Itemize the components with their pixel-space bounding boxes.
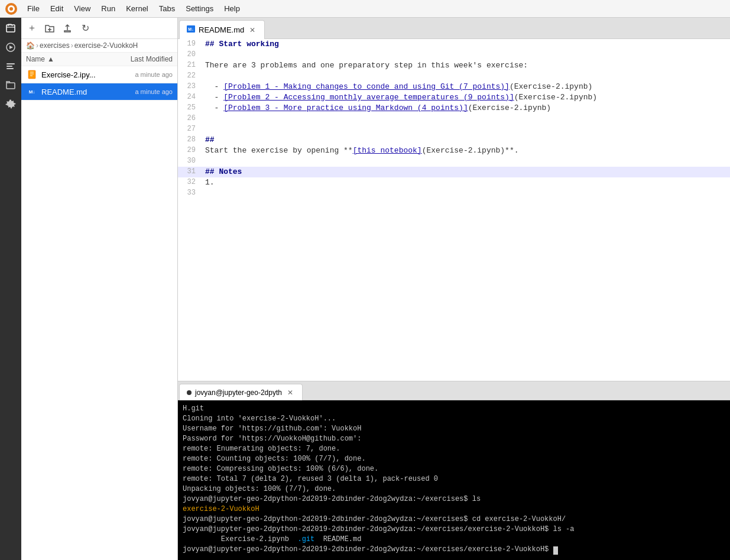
- svg-rect-6: [7, 63, 15, 64]
- terminal-line: jovyan@jupyter-geo-2dpython-2d2019-2dbin…: [183, 514, 725, 525]
- editor-line: 33: [178, 188, 730, 199]
- new-file-button[interactable]: ＋: [25, 21, 39, 35]
- new-folder-button[interactable]: [43, 21, 57, 35]
- running-sessions-icon[interactable]: [2, 39, 19, 56]
- file-browser-icon[interactable]: [2, 20, 19, 37]
- terminal-line: Unpacking objects: 100% (7/7), done.: [183, 484, 725, 494]
- terminal-line: remote: Total 7 (delta 2), reused 3 (del…: [183, 474, 725, 484]
- terminal-line: Password for 'https://VuokkoH@github.com…: [183, 434, 725, 444]
- editor-line: 28 ##: [178, 135, 730, 145]
- svg-rect-8: [7, 68, 14, 69]
- terminal-tab-label: jovyan@jupyter-geo-2dpyth: [195, 389, 282, 397]
- app-logo: [5, 2, 18, 15]
- editor-line: 30: [178, 156, 730, 167]
- editor-line: 20: [178, 50, 730, 60]
- terminal-line: Username for 'https://github.com': Vuokk…: [183, 424, 725, 434]
- editor-line: 32 1.: [178, 177, 730, 188]
- file-list-header: Name ▲ Last Modified: [21, 53, 177, 66]
- editor-tab-readme[interactable]: M↓ README.md ✕: [179, 20, 265, 39]
- menu-edit[interactable]: Edit: [46, 3, 68, 14]
- svg-marker-5: [9, 46, 13, 49]
- tab-label: README.md: [199, 25, 244, 34]
- svg-rect-7: [7, 66, 12, 67]
- terminal-line: Exercise-2.ipynb .git README.md: [183, 535, 725, 545]
- list-item[interactable]: M↓ README.md a minute ago: [21, 83, 177, 101]
- editor-line: 22: [178, 71, 730, 82]
- icon-sidebar: [0, 18, 21, 560]
- editor-line: 25 - [Problem 3 - More practice using Ma…: [178, 103, 730, 114]
- terminal-indicator: [187, 390, 192, 395]
- terminal-line: remote: Counting objects: 100% (7/7), do…: [183, 454, 725, 464]
- editor-line: 19 ## Start working: [178, 39, 730, 50]
- upload-button[interactable]: [60, 21, 74, 35]
- editor-line: 21 There are 3 problems and one preparat…: [178, 60, 730, 71]
- file-name: Exercise-2.ipy...: [41, 70, 113, 79]
- home-breadcrumb[interactable]: 🏠: [26, 41, 35, 50]
- breadcrumb: 🏠 › exercises › exercise-2-VuokkoH: [21, 39, 177, 53]
- svg-text:M↓: M↓: [188, 27, 193, 31]
- terminal-tab-bar: jovyan@jupyter-geo-2dpyth ✕: [178, 381, 730, 400]
- file-modified-time: a minute ago: [113, 88, 173, 95]
- svg-text:M↓: M↓: [29, 89, 35, 95]
- file-panel: ＋ ↻ 🏠 › exercises › exercise-2-VuokkoH: [21, 18, 178, 560]
- main-layout: ＋ ↻ 🏠 › exercises › exercise-2-VuokkoH: [0, 18, 730, 560]
- tab-close-button[interactable]: ✕: [248, 25, 257, 35]
- menu-view[interactable]: View: [69, 3, 95, 14]
- editor-line-highlighted: 31 ## Notes: [178, 167, 730, 177]
- terminal-line: jovyan@jupyter-geo-2dpython-2d2019-2dbin…: [183, 545, 725, 555]
- terminal-line: jovyan@jupyter-geo-2dpython-2d2019-2dbin…: [183, 494, 725, 504]
- file-name: README.md: [41, 88, 113, 96]
- menu-run[interactable]: Run: [96, 3, 120, 14]
- menu-tabs[interactable]: Tabs: [154, 3, 180, 14]
- menu-settings[interactable]: Settings: [181, 3, 218, 14]
- terminal-line: Cloning into 'exercise-2-VuokkoH'...: [183, 414, 725, 424]
- menu-bar: File Edit View Run Kernel Tabs Settings …: [0, 0, 730, 18]
- file-list: Exercise-2.ipy... a minute ago M↓ README…: [21, 66, 177, 560]
- svg-point-2: [9, 7, 13, 11]
- sort-name-button[interactable]: Name ▲: [26, 55, 108, 63]
- terminal[interactable]: H.git Cloning into 'exercise-2-VuokkoH'.…: [178, 400, 730, 560]
- menu-kernel[interactable]: Kernel: [121, 3, 153, 14]
- terminal-tab[interactable]: jovyan@jupyter-geo-2dpyth ✕: [179, 384, 303, 400]
- file-modified-time: a minute ago: [113, 71, 173, 78]
- terminal-line: remote: Compressing objects: 100% (6/6),…: [183, 464, 725, 474]
- editor-content[interactable]: 19 ## Start working 20 21 There are 3 pr…: [178, 39, 730, 381]
- sort-modified-button[interactable]: Last Modified: [108, 55, 173, 63]
- editor-line: 29 Start the exercise by opening **[this…: [178, 145, 730, 156]
- terminal-line: jovyan@jupyter-geo-2dpython-2d2019-2dbin…: [183, 525, 725, 535]
- editor-line: 24 - [Problem 2 - Accessing monthly aver…: [178, 92, 730, 103]
- menu-help[interactable]: Help: [219, 3, 245, 14]
- file-panel-toolbar: ＋ ↻: [21, 18, 177, 39]
- tabs-icon-sidebar[interactable]: [2, 77, 19, 93]
- editor-area: M↓ README.md ✕ 19 ## Start working 20: [178, 18, 730, 560]
- svg-rect-3: [7, 25, 15, 32]
- editor-line: 26: [178, 114, 730, 124]
- editor-line: 23 - [Problem 1 - Making changes to cond…: [178, 82, 730, 92]
- tab-markdown-icon: M↓: [187, 25, 195, 35]
- svg-rect-13: [28, 70, 35, 79]
- editor-line: 27: [178, 124, 730, 135]
- editor-tab-bar: M↓ README.md ✕: [178, 18, 730, 39]
- breadcrumb-folder[interactable]: exercise-2-VuokkoH: [74, 41, 138, 50]
- refresh-button[interactable]: ↻: [78, 21, 92, 35]
- breadcrumb-exercises[interactable]: exercises: [40, 41, 70, 50]
- settings-icon-sidebar[interactable]: [2, 96, 19, 112]
- terminal-close-button[interactable]: ✕: [285, 388, 295, 397]
- menu-file[interactable]: File: [22, 3, 44, 14]
- terminal-line: H.git: [183, 404, 725, 414]
- commands-icon[interactable]: [2, 58, 19, 75]
- notebook-icon: [26, 69, 38, 80]
- editor-lines: 19 ## Start working 20 21 There are 3 pr…: [178, 39, 730, 199]
- svg-rect-9: [7, 83, 15, 89]
- list-item[interactable]: Exercise-2.ipy... a minute ago: [21, 66, 177, 83]
- terminal-line: exercise-2-VuokkoH: [183, 504, 725, 514]
- terminal-line: remote: Enumerating objects: 7, done.: [183, 444, 725, 454]
- markdown-icon: M↓: [26, 86, 38, 98]
